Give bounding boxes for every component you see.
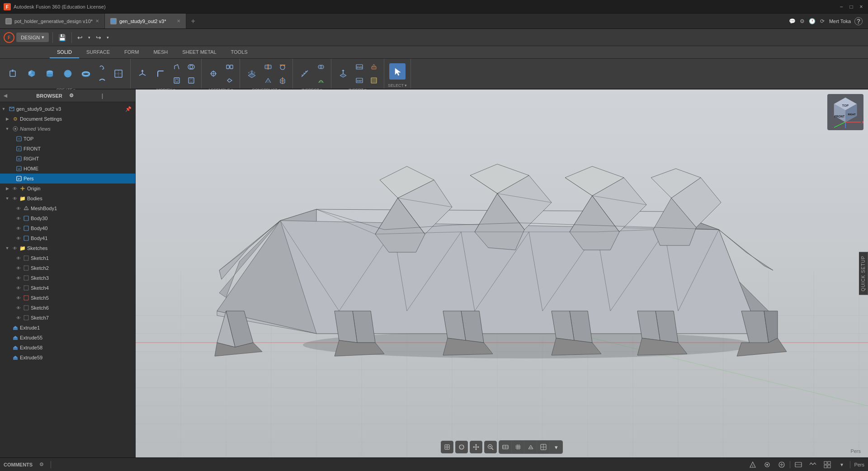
tree-item-pers[interactable]: ▶ P Pers <box>0 174 135 184</box>
fillet-icon[interactable] <box>152 66 169 82</box>
tree-item-sketches[interactable]: ▼ 👁 📁 Sketches <box>0 243 135 253</box>
offset-face-icon[interactable] <box>185 74 198 87</box>
origin-eye[interactable]: 👁 <box>12 185 18 192</box>
tree-item-origin[interactable]: ▶ 👁 Origin <box>0 184 135 193</box>
tree-item-extrude1[interactable]: ▶ Extrude1 <box>0 323 135 333</box>
root-pin[interactable]: 📌 <box>125 106 132 112</box>
tree-item-meshbody1[interactable]: ▶ 👁 MeshBody1 <box>0 203 135 213</box>
bodies-toggle[interactable]: ▼ <box>4 195 11 202</box>
tangent-plane-icon[interactable] <box>276 61 289 73</box>
browser-settings-button[interactable]: ⚙ <box>69 93 99 99</box>
orbit-button[interactable] <box>455 441 468 453</box>
draft-analysis-icon[interactable] <box>315 74 327 87</box>
insert-dxf-icon[interactable]: DXF <box>353 74 366 87</box>
bottom-nav-1[interactable] <box>746 459 759 470</box>
tree-item-top[interactable]: ▶ T TOP <box>0 134 135 144</box>
sketch1-eye[interactable]: 👁 <box>15 255 22 261</box>
interference-icon[interactable] <box>315 61 327 73</box>
root-toggle[interactable]: ▼ <box>0 105 7 113</box>
tree-item-extrude58[interactable]: ▶ Extrude58 <box>0 343 135 353</box>
tree-item-sketch6[interactable]: ▶ 👁 Sketch6 <box>0 303 135 313</box>
body41-eye[interactable]: 👁 <box>15 235 22 241</box>
sketch3-eye[interactable]: 👁 <box>15 275 22 281</box>
redo-dropdown[interactable]: ▾ <box>105 34 111 41</box>
axis-through-cylinder-icon[interactable] <box>276 74 289 87</box>
tree-item-root[interactable]: ▼ gen_study9_out2 v3 📌 <box>0 104 135 114</box>
view-cube[interactable]: TOP FRONT RIGHT X <box>827 94 863 130</box>
insert-mesh-icon[interactable] <box>335 66 351 82</box>
meshbody1-eye[interactable]: 👁 <box>15 205 22 212</box>
sketch5-eye[interactable]: 👁 <box>15 295 22 301</box>
comments-settings-button[interactable]: ⚙ <box>35 459 48 470</box>
new-component-icon[interactable] <box>5 66 22 82</box>
browser-collapse-button[interactable]: | <box>102 93 132 99</box>
bottom-display-1[interactable] <box>792 459 805 470</box>
measure-icon[interactable] <box>297 66 313 82</box>
pipe-icon[interactable] <box>96 74 108 87</box>
tree-item-body41[interactable]: ▶ 👁 Body41 <box>0 233 135 243</box>
rigid-group-icon[interactable] <box>223 61 236 73</box>
tab-close-2[interactable]: ✕ <box>177 19 180 24</box>
design-dropdown-button[interactable]: DESIGN ▾ <box>16 33 49 42</box>
tab-sheet-metal[interactable]: SHEET METAL <box>175 46 223 58</box>
bodies-eye[interactable]: 👁 <box>12 195 18 202</box>
sketch-create-icon[interactable] <box>110 66 127 82</box>
named-views-toggle[interactable]: ▼ <box>4 125 11 132</box>
tree-item-home[interactable]: ▶ H HOME <box>0 164 135 174</box>
motion-link-icon[interactable] <box>223 74 236 87</box>
tree-item-sketch7[interactable]: ▶ 👁 Sketch7 <box>0 313 135 323</box>
tree-item-sketch3[interactable]: ▶ 👁 Sketch3 <box>0 273 135 283</box>
press-pull-icon[interactable] <box>134 66 151 82</box>
tab-mesh[interactable]: MESH <box>146 46 175 58</box>
joint-icon[interactable] <box>205 66 222 82</box>
tree-item-doc-settings[interactable]: ▶ ⚙ Document Settings <box>0 114 135 124</box>
offset-plane-icon[interactable] <box>244 66 260 82</box>
undo-button[interactable]: ↩ <box>75 33 85 42</box>
maximize-button[interactable]: □ <box>848 4 854 10</box>
body30-eye[interactable]: 👁 <box>15 215 22 221</box>
combine-icon[interactable] <box>185 61 198 73</box>
bottom-display-2[interactable] <box>807 459 819 470</box>
tree-item-body30[interactable]: ▶ 👁 Body30 <box>0 213 135 223</box>
plane-at-angle-icon[interactable] <box>262 74 274 87</box>
tab-form[interactable]: FORM <box>117 46 146 58</box>
sketch2-eye[interactable]: 👁 <box>15 265 22 271</box>
tree-item-sketch4[interactable]: ▶ 👁 Sketch4 <box>0 283 135 293</box>
sync-button[interactable]: ⟳ <box>819 18 826 24</box>
coil-icon[interactable] <box>96 61 108 73</box>
tab-surface[interactable]: SURFACE <box>79 46 117 58</box>
insert-svg-icon[interactable]: SVG <box>353 61 366 73</box>
render-mode-button[interactable] <box>524 441 537 453</box>
tab-gen-study[interactable]: gen_study9_out2 v3* ✕ <box>105 14 186 28</box>
history-button[interactable]: 🕐 <box>809 18 816 24</box>
tab-pot-holder[interactable]: pot_holder_generative_design v10* ✕ <box>0 14 105 28</box>
bottom-nav-3[interactable] <box>775 459 788 470</box>
cylinder-icon[interactable] <box>42 66 58 82</box>
tree-item-extrude59[interactable]: ▶ Extrude59 <box>0 353 135 363</box>
quick-setup-panel[interactable]: QUICK SETUP <box>859 252 868 295</box>
settings-button[interactable]: ⚙ <box>799 18 806 24</box>
bottom-nav-2[interactable] <box>761 459 774 470</box>
notifications-button[interactable]: 💬 <box>789 18 796 24</box>
help-button[interactable]: ? <box>854 17 863 25</box>
sketch4-eye[interactable]: 👁 <box>15 285 22 291</box>
add-tab-button[interactable]: + <box>186 14 200 28</box>
grid-snap-button[interactable] <box>441 441 453 453</box>
pan-button[interactable] <box>470 441 482 453</box>
viewport[interactable]: TOP FRONT RIGHT X QUICK SETUP Pers <box>136 89 868 457</box>
tree-item-body40[interactable]: ▶ 👁 Body40 <box>0 223 135 233</box>
midplane-icon[interactable] <box>262 61 274 73</box>
tab-close-1[interactable]: ✕ <box>95 19 99 24</box>
box-icon[interactable] <box>24 66 40 82</box>
sketches-eye[interactable]: 👁 <box>12 245 18 251</box>
display-mode-button[interactable] <box>499 441 512 453</box>
tree-item-bodies[interactable]: ▼ 👁 📁 Bodies <box>0 193 135 203</box>
canvas-icon[interactable] <box>368 74 380 87</box>
sketch6-eye[interactable]: 👁 <box>15 305 22 311</box>
tree-item-extrude55[interactable]: ▶ Extrude55 <box>0 333 135 343</box>
tree-item-sketch2[interactable]: ▶ 👁 Sketch2 <box>0 263 135 273</box>
user-name[interactable]: Mert Toka <box>829 19 851 24</box>
minimize-button[interactable]: − <box>838 4 844 10</box>
bottom-display-3[interactable] <box>821 459 834 470</box>
tab-solid[interactable]: SOLID <box>50 46 79 58</box>
